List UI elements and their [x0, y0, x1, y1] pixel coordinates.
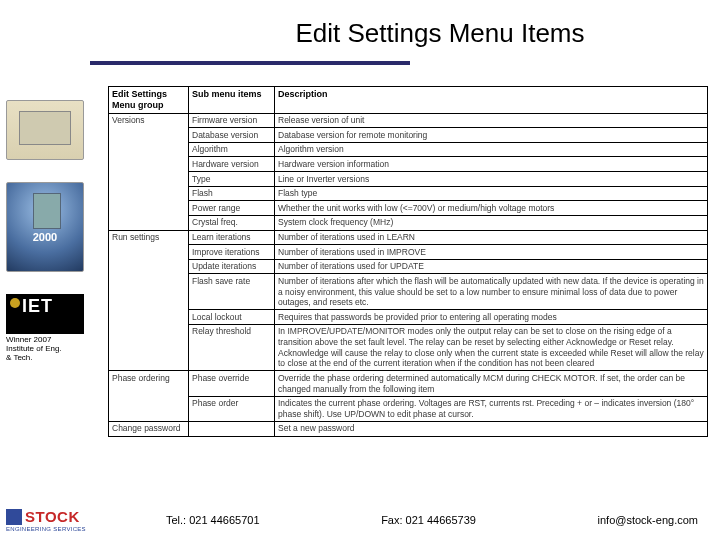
contact-tel: Tel.: 021 44665701 [166, 514, 260, 526]
brand-logo: STOCK ENGINEERING SERVICES [6, 508, 86, 532]
table-row: Relay thresholdIn IMPROVE/UPDATE/MONITOR… [109, 324, 708, 371]
cell-desc: Release version of unit [275, 113, 708, 128]
cell-desc: Requires that passwords be provided prio… [275, 310, 708, 325]
cell-sub: Power range [189, 201, 275, 216]
cell-sub: Local lockout [189, 310, 275, 325]
cell-group: Versions [109, 113, 189, 230]
page-title: Edit Settings Menu Items [0, 0, 720, 55]
table-row: Update iterationsNumber of iterations us… [109, 259, 708, 274]
footer: STOCK ENGINEERING SERVICES Tel.: 021 446… [0, 508, 720, 532]
title-rule [90, 61, 410, 65]
cell-sub: Algorithm [189, 142, 275, 157]
cell-desc: Number of iterations after which the fla… [275, 274, 708, 310]
caption-line: & Tech. [6, 354, 86, 363]
cell-group: Change password [109, 421, 189, 436]
contact-email: info@stock-eng.com [598, 514, 698, 526]
device-image [6, 100, 84, 160]
brand-subtitle: ENGINEERING SERVICES [6, 526, 86, 532]
table-row: TypeLine or Inverter versions [109, 172, 708, 187]
contact-fax: Fax: 021 44665739 [381, 514, 476, 526]
cell-sub: Learn iterations [189, 230, 275, 245]
cell-desc: Number of iterations used in IMPROVE [275, 245, 708, 260]
cell-desc: System clock frequency (MHz) [275, 215, 708, 230]
table-row: FlashFlash type [109, 186, 708, 201]
table-row: Phase orderIndicates the current phase o… [109, 396, 708, 421]
cell-sub [189, 421, 275, 436]
cell-group: Phase ordering [109, 371, 189, 422]
cell-sub: Flash [189, 186, 275, 201]
brand-mark-icon [6, 509, 22, 525]
table-row: Phase orderingPhase overrideOverride the… [109, 371, 708, 396]
cell-desc: Indicates the current phase ordering. Vo… [275, 396, 708, 421]
brand-name: STOCK [25, 508, 80, 525]
cell-desc: Set a new password [275, 421, 708, 436]
main-table-wrap: Edit Settings Menu group Sub menu items … [108, 86, 708, 437]
cell-sub: Firmware version [189, 113, 275, 128]
cell-desc: Override the phase ordering determined a… [275, 371, 708, 396]
cell-group: Run settings [109, 230, 189, 371]
table-row: VersionsFirmware versionRelease version … [109, 113, 708, 128]
table-row: Crystal freq.System clock frequency (MHz… [109, 215, 708, 230]
table-row: Change passwordSet a new password [109, 421, 708, 436]
iet-caption: Winner 2007 Institute of Eng. & Tech. [6, 336, 86, 362]
cell-sub: Phase override [189, 371, 275, 396]
cell-sub: Phase order [189, 396, 275, 421]
sidebar: IET Winner 2007 Institute of Eng. & Tech… [6, 100, 86, 362]
iet-logo: IET [6, 294, 84, 334]
cell-desc: Number of iterations used in LEARN [275, 230, 708, 245]
cell-desc: Whether the unit works with low (<=700V)… [275, 201, 708, 216]
col-group: Edit Settings Menu group [109, 87, 189, 114]
cell-sub: Improve iterations [189, 245, 275, 260]
table-row: Hardware versionHardware version informa… [109, 157, 708, 172]
cell-sub: Database version [189, 128, 275, 143]
cell-desc: Flash type [275, 186, 708, 201]
cell-desc: Line or Inverter versions [275, 172, 708, 187]
table-row: Flash save rateNumber of iterations afte… [109, 274, 708, 310]
col-desc: Description [275, 87, 708, 114]
cell-sub: Relay threshold [189, 324, 275, 371]
award-image [6, 182, 84, 272]
cell-desc: Hardware version information [275, 157, 708, 172]
iet-dot-icon [10, 298, 20, 308]
cell-sub: Flash save rate [189, 274, 275, 310]
cell-desc: Database version for remote monitoring [275, 128, 708, 143]
cell-sub: Crystal freq. [189, 215, 275, 230]
table-row: Run settingsLearn iterationsNumber of it… [109, 230, 708, 245]
cell-desc: Number of iterations used for UPDATE [275, 259, 708, 274]
table-row: Local lockoutRequires that passwords be … [109, 310, 708, 325]
table-row: Power rangeWhether the unit works with l… [109, 201, 708, 216]
settings-table: Edit Settings Menu group Sub menu items … [108, 86, 708, 437]
table-row: Improve iterationsNumber of iterations u… [109, 245, 708, 260]
col-sub: Sub menu items [189, 87, 275, 114]
cell-desc: Algorithm version [275, 142, 708, 157]
table-row: AlgorithmAlgorithm version [109, 142, 708, 157]
cell-desc: In IMPROVE/UPDATE/MONITOR modes only the… [275, 324, 708, 371]
table-row: Database versionDatabase version for rem… [109, 128, 708, 143]
cell-sub: Type [189, 172, 275, 187]
table-header-row: Edit Settings Menu group Sub menu items … [109, 87, 708, 114]
cell-sub: Hardware version [189, 157, 275, 172]
cell-sub: Update iterations [189, 259, 275, 274]
contact-row: Tel.: 021 44665701 Fax: 021 44665739 inf… [146, 514, 698, 526]
iet-text: IET [22, 296, 53, 317]
